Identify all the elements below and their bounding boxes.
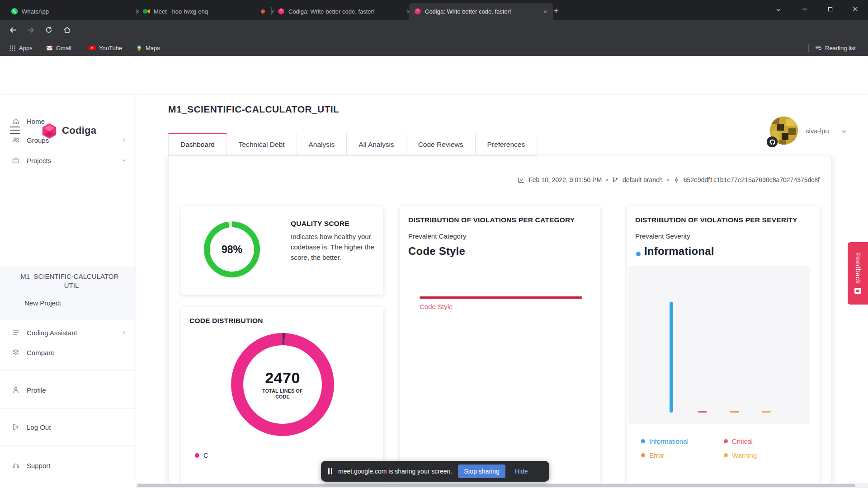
app-header: Codiga siva-lpu (0, 56, 868, 94)
card-title: DISTRIBUTION OF VIOLATIONS PER CATEGORY (408, 216, 575, 224)
sidebar-item-new-project[interactable]: New Project (24, 299, 61, 307)
screen-share-bar: meet.google.com is sharing your screen. … (321, 461, 549, 482)
window-close-button[interactable] (843, 0, 868, 18)
sidebar-item-compare[interactable]: Compare (0, 344, 136, 361)
legend-dot (641, 439, 645, 443)
page-title: M1_SCIENTIFIC-CALCULATOR_UTIL (168, 104, 339, 115)
violations-per-severity-card: DISTRIBUTION OF VIOLATIONS PER SEVERITY … (627, 206, 820, 488)
sidebar-item-projects[interactable]: Projects (0, 152, 136, 169)
hide-button[interactable]: Hide (511, 465, 532, 478)
stop-sharing-button[interactable]: Stop sharing (458, 465, 505, 478)
chevron-right-icon (121, 330, 127, 335)
bookmark-apps[interactable]: Apps (9, 43, 33, 53)
tab-separator (271, 7, 272, 15)
horizontal-scrollbar-track[interactable] (136, 483, 868, 488)
analysis-timestamp: Feb 10, 2022, 9:01:50 PM (528, 176, 602, 183)
code-distribution-legend-item[interactable]: C (195, 451, 208, 459)
quality-donut: 98% (204, 221, 260, 277)
prevalent-category-label: Prevalent Category (408, 232, 466, 240)
bar-critical[interactable] (698, 411, 707, 413)
divider (0, 446, 136, 446)
git-commit-icon (673, 177, 679, 183)
sidebar-item-label: Coding Assistant (27, 329, 77, 337)
sidebar-item-label: Projects (27, 157, 51, 164)
card-title: DISTRIBUTION OF VIOLATIONS PER SEVERITY (635, 216, 797, 224)
chevron-down-icon[interactable] (841, 128, 847, 135)
legend-error[interactable]: Error (641, 451, 664, 459)
sidebar-item-profile[interactable]: Profile (0, 382, 136, 398)
sidebar-item-label: Compare (27, 349, 55, 357)
divider (0, 408, 136, 408)
tab-preferences[interactable]: Preferences (476, 133, 538, 156)
close-icon[interactable]: × (542, 8, 549, 15)
tab-search-icon[interactable] (766, 1, 791, 19)
reading-list-button[interactable]: Reading list (815, 43, 856, 53)
back-icon[interactable] (7, 24, 18, 35)
tab-title: Codiga: Write better code, faster! (288, 8, 401, 15)
bookmark-label: Apps (19, 45, 33, 52)
sidebar-item-label: Profile (27, 386, 46, 394)
maps-pin-icon (136, 45, 142, 52)
home-icon[interactable] (61, 24, 72, 35)
pause-icon (328, 468, 332, 474)
commit-hash: 652e9ddf1c1b1e77e215a7690c8a70274375dc8f (684, 176, 820, 183)
prevalent-severity-dot (636, 252, 641, 256)
tab-recording-indicator-icon (261, 9, 265, 14)
legend-critical[interactable]: Critical (724, 437, 753, 445)
legend-label: C (203, 451, 208, 459)
compare-layers-icon (12, 348, 20, 357)
bookmark-youtube[interactable]: YouTube (89, 43, 122, 53)
prevalent-category-value: Code Style (408, 245, 465, 258)
reload-icon[interactable] (43, 24, 54, 35)
tab-title: WhatsApp (22, 8, 130, 15)
window-maximize-button[interactable] (817, 0, 843, 18)
severity-bar-chart (628, 266, 810, 424)
bar-warning[interactable] (762, 411, 771, 413)
bookmark-label: Gmail (56, 45, 71, 52)
sidebar-item-support[interactable]: Support (0, 457, 136, 474)
tab-title: Meet - hoo-hvxg-enq (154, 8, 257, 15)
sidebar-item-logout[interactable]: Log Out (0, 419, 136, 435)
browser-tab-codiga-1[interactable]: Codiga: Write better code, faster! × (272, 3, 417, 20)
horizontal-scrollbar-thumb[interactable] (137, 484, 855, 487)
browser-tab-meet[interactable]: Meet - hoo-hvxg-enq × (137, 3, 280, 20)
tab-technical-debt[interactable]: Technical Debt (227, 133, 297, 156)
git-branch-icon (612, 177, 618, 183)
feedback-button[interactable]: Feedback (848, 242, 868, 305)
codiga-favicon (414, 8, 421, 15)
prevalent-severity-value: Informational (644, 245, 714, 258)
legend-warning[interactable]: Warning (724, 451, 757, 459)
legend-label: Informational (649, 437, 689, 445)
codiga-logo[interactable] (41, 122, 58, 140)
sidebar-item-current-project[interactable]: M1_SCIENTIFIC-CALCULATOR_UTIL (0, 272, 136, 290)
browser-tab-whatsapp[interactable]: WhatsApp × (5, 3, 146, 20)
bar-error[interactable] (730, 411, 739, 413)
username-label[interactable]: siva-lpu (806, 127, 829, 135)
bookmark-maps[interactable]: Maps (136, 43, 160, 53)
tab-dashboard[interactable]: Dashboard (168, 133, 227, 156)
category-bar[interactable] (420, 296, 582, 299)
tab-code-reviews[interactable]: Code Reviews (406, 133, 476, 156)
legend-informational[interactable]: Informational (641, 437, 689, 445)
tab-all-analysis[interactable]: All Analysis (347, 133, 406, 156)
code-distribution-donut: 2470 TOTAL LINES OF CODE (231, 333, 334, 436)
sidebar-item-label: Log Out (27, 423, 51, 431)
bookmark-gmail[interactable]: Gmail (46, 43, 71, 53)
tab-analysis[interactable]: Analysis (297, 133, 347, 156)
apps-grid-icon (9, 45, 16, 52)
window-minimize-button[interactable] (792, 0, 817, 18)
gmail-icon (46, 45, 53, 52)
tab-title: Codiga: Write better code, faster! (425, 8, 538, 15)
github-badge-icon (767, 136, 778, 147)
new-tab-button[interactable]: + (551, 5, 561, 16)
quality-description: Indicates how healthy your codebase is. … (291, 231, 379, 263)
hamburger-menu-icon[interactable] (10, 124, 20, 136)
bar-informational[interactable] (670, 302, 673, 413)
sidebar-item-coding-assistant[interactable]: Coding Assistant (0, 324, 136, 341)
forward-icon[interactable] (25, 24, 36, 35)
browser-tab-codiga-2-active[interactable]: Codiga: Write better code, faster! × (409, 3, 553, 20)
sidebar-projects-submenu: M1_SCIENTIFIC-CALCULATOR_UTIL New Projec… (0, 266, 136, 320)
whatsapp-favicon (11, 8, 18, 15)
legend-label: Error (649, 451, 664, 459)
chevron-down-icon (121, 158, 127, 163)
